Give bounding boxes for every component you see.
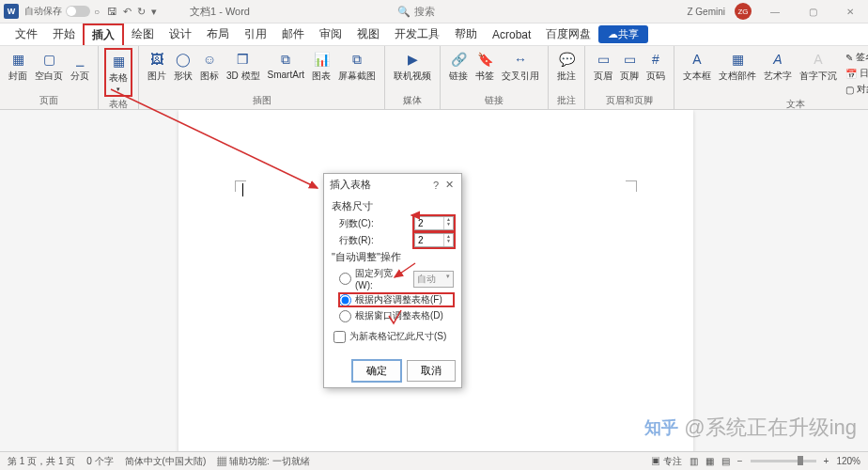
read-mode-icon[interactable]: ▤ — [721, 456, 730, 466]
tab-design[interactable]: 设计 — [162, 24, 199, 45]
share-button[interactable]: ☁ 共享 — [598, 25, 648, 43]
pictures-button[interactable]: 🖼图片 — [145, 48, 169, 85]
tab-file[interactable]: 文件 — [8, 24, 45, 45]
tab-mailings[interactable]: 邮件 — [274, 24, 312, 45]
close-icon[interactable]: ✕ — [836, 7, 864, 17]
tab-help[interactable]: 帮助 — [447, 24, 485, 45]
shapes-button[interactable]: ◯形状 — [171, 48, 195, 85]
link-icon: 🔗 — [449, 50, 468, 69]
header-button[interactable]: ▭页眉 — [591, 48, 615, 85]
cross-ref-button[interactable]: ↔交叉引用 — [499, 48, 542, 85]
3d-models-button[interactable]: ❒3D 模型 — [224, 48, 263, 85]
undo-icon[interactable]: ↶ — [123, 6, 132, 18]
group-text-label: 文本 — [680, 97, 868, 111]
rows-spinner[interactable]: ▲▼ — [414, 233, 454, 247]
tab-home[interactable]: 开始 — [45, 24, 83, 45]
avatar[interactable]: ZG — [735, 3, 752, 20]
autofit-content-radio[interactable]: 根据内容调整表格(F) — [339, 293, 454, 306]
dialog-close-icon[interactable]: ✕ — [442, 179, 456, 191]
footer-button[interactable]: ▭页脚 — [617, 48, 642, 85]
group-headerfooter-label: 页眉和页脚 — [591, 93, 668, 107]
icons-icon: ☺ — [200, 50, 219, 69]
chart-button[interactable]: 📊图表 — [309, 48, 333, 85]
redo-icon[interactable]: ↻ — [137, 6, 146, 18]
autosave-toggle[interactable]: 自动保存 ○ — [24, 5, 100, 18]
screenshot-icon: ⧉ — [348, 50, 366, 69]
save-icon[interactable]: 🖫 — [107, 6, 117, 18]
table-size-label: 表格尺寸 — [332, 199, 454, 213]
table-button[interactable]: ▦表格▾ — [104, 48, 132, 97]
web-layout-icon[interactable]: ▦ — [705, 456, 714, 466]
page-status[interactable]: 第 1 页，共 1 页 — [8, 455, 75, 468]
online-video-button[interactable]: ▶联机视频 — [391, 48, 434, 85]
text-cursor — [242, 183, 243, 196]
bookmark-button[interactable]: 🔖书签 — [473, 48, 497, 85]
smartart-button[interactable]: ⧉SmartArt — [265, 48, 307, 82]
focus-mode[interactable]: ▣ 专注 — [651, 455, 682, 468]
word-count[interactable]: 0 个字 — [86, 455, 113, 468]
ribbon-tabs: 文件 开始 插入 绘图 设计 布局 引用 邮件 审阅 视图 开发工具 帮助 Ac… — [0, 24, 868, 46]
columns-input[interactable] — [415, 217, 443, 229]
link-button[interactable]: 🔗链接 — [446, 48, 471, 85]
tab-layout[interactable]: 布局 — [199, 24, 237, 45]
group-comments-label: 批注 — [554, 93, 579, 107]
datetime-button[interactable]: 📅日期和时间 — [842, 66, 868, 81]
help-icon[interactable]: ? — [429, 180, 442, 191]
tab-review[interactable]: 审阅 — [312, 24, 349, 45]
textbox-button[interactable]: A文本框 — [680, 48, 714, 85]
tab-references[interactable]: 引用 — [237, 24, 274, 45]
tab-baidu[interactable]: 百度网盘 — [538, 24, 598, 45]
autofit-label: "自动调整"操作 — [332, 250, 454, 264]
rows-input[interactable] — [415, 234, 443, 246]
ribbon: ▦封面 ▢空白页 ⎯分页 页面 ▦表格▾ 表格 🖼图片 ◯形状 ☺图标 ❒3D … — [0, 46, 868, 110]
cover-page-button[interactable]: ▦封面 — [6, 48, 30, 85]
margin-marker-tr — [626, 180, 637, 192]
icons-button[interactable]: ☺图标 — [197, 48, 222, 85]
tab-view[interactable]: 视图 — [349, 24, 387, 45]
zoom-level[interactable]: 120% — [836, 456, 860, 466]
columns-spinner[interactable]: ▲▼ — [414, 216, 454, 230]
accessibility-status[interactable]: ▦ 辅助功能: 一切就绪 — [217, 455, 309, 468]
tab-developer[interactable]: 开发工具 — [387, 24, 447, 45]
qat-dropdown-icon[interactable]: ▾ — [151, 6, 157, 18]
comment-button[interactable]: 💬批注 — [554, 48, 579, 85]
pictures-icon: 🖼 — [147, 50, 166, 69]
tab-acrobat[interactable]: Acrobat — [485, 24, 538, 45]
group-links-label: 链接 — [446, 93, 542, 107]
print-layout-icon[interactable]: ▥ — [690, 456, 698, 466]
page-break-icon: ⎯ — [70, 50, 89, 69]
search-input[interactable] — [414, 6, 471, 17]
tab-draw[interactable]: 绘图 — [124, 24, 162, 45]
status-bar: 第 1 页，共 1 页 0 个字 简体中文(中国大陆) ▦ 辅助功能: 一切就绪… — [0, 451, 868, 470]
tab-insert[interactable]: 插入 — [83, 24, 124, 45]
fixed-width-radio[interactable]: 固定列宽(W): 自动▾ — [339, 267, 454, 290]
zoom-out-icon[interactable]: − — [737, 456, 743, 466]
screenshot-button[interactable]: ⧉屏幕截图 — [335, 48, 379, 85]
zoom-in-icon[interactable]: + — [824, 456, 829, 466]
restore-icon[interactable]: ▢ — [798, 7, 827, 17]
down-icon[interactable]: ▼ — [446, 239, 451, 243]
page-break-button[interactable]: ⎯分页 — [68, 48, 92, 85]
cancel-button[interactable]: 取消 — [407, 360, 456, 382]
page-number-button[interactable]: #页码 — [643, 48, 668, 85]
zoom-slider[interactable] — [751, 460, 816, 462]
search-box[interactable]: 🔍 — [397, 6, 471, 18]
signature-button[interactable]: ✎签名行 — [842, 50, 868, 65]
minimize-icon[interactable]: — — [761, 7, 789, 17]
down-icon[interactable]: ▼ — [446, 222, 451, 227]
user-name[interactable]: Z Gemini — [687, 7, 725, 17]
dropcap-button[interactable]: A首字下沉 — [797, 48, 840, 85]
remember-checkbox[interactable]: 为新表格记忆此尺寸(S) — [333, 330, 454, 343]
autofit-window-radio[interactable]: 根据窗口调整表格(D) — [339, 309, 454, 322]
language-status[interactable]: 简体中文(中国大陆) — [125, 455, 207, 468]
wordart-button[interactable]: A艺术字 — [761, 48, 795, 85]
object-button[interactable]: ▢对象 — [842, 82, 868, 97]
fixed-width-combo[interactable]: 自动▾ — [413, 271, 454, 288]
margin-marker-tl — [235, 180, 246, 192]
footer-icon: ▭ — [620, 50, 639, 69]
ok-button[interactable]: 确定 — [352, 360, 401, 382]
quickparts-button[interactable]: ▦文档部件 — [716, 48, 759, 85]
group-media-label: 媒体 — [391, 93, 434, 107]
table-icon: ▦ — [109, 52, 128, 70]
blank-page-button[interactable]: ▢空白页 — [32, 48, 66, 85]
